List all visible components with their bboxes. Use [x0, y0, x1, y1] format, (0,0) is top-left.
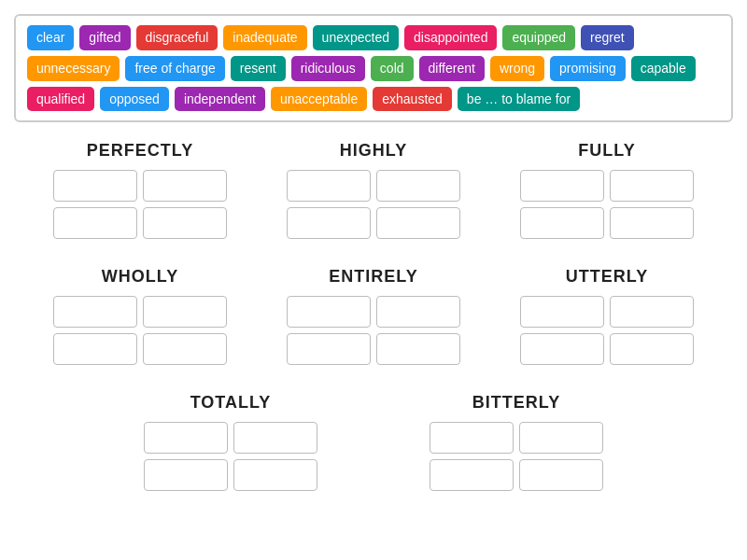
slots-perfectly — [53, 170, 227, 239]
drop-slot[interactable] — [53, 170, 137, 202]
drop-slot[interactable] — [143, 170, 227, 202]
category-wholly: WHOLLY — [53, 267, 227, 365]
word-chip[interactable]: capable — [631, 56, 696, 81]
category-totally: TOTALLY — [144, 393, 317, 491]
drop-slot[interactable] — [376, 207, 460, 239]
word-chip[interactable]: wrong — [490, 56, 544, 81]
drop-slot[interactable] — [520, 170, 604, 202]
drop-slot[interactable] — [519, 459, 603, 491]
word-chip[interactable]: promising — [550, 56, 626, 81]
drop-slot[interactable] — [520, 296, 604, 328]
category-title-totally: TOTALLY — [190, 393, 272, 413]
category-row-2: WHOLLY ENTIRELY UTTERLY — [23, 267, 724, 384]
drop-slot[interactable] — [520, 333, 604, 365]
drop-slot[interactable] — [287, 333, 371, 365]
slots-fully — [520, 170, 694, 239]
drop-slot[interactable] — [376, 296, 460, 328]
category-highly: HIGHLY — [287, 141, 460, 239]
category-title-perfectly: PERFECTLY — [87, 141, 193, 161]
drop-slot[interactable] — [376, 333, 460, 365]
word-chip[interactable]: gifted — [79, 25, 130, 50]
word-chip[interactable]: disgraceful — [136, 25, 218, 50]
word-chip[interactable]: clear — [27, 25, 74, 50]
drop-slot[interactable] — [144, 459, 228, 491]
word-chip[interactable]: free of charge — [125, 56, 224, 81]
drop-slot[interactable] — [430, 422, 514, 454]
drop-slot[interactable] — [233, 422, 317, 454]
drop-slot[interactable] — [233, 459, 317, 491]
drop-slot[interactable] — [610, 296, 694, 328]
slots-entirely — [287, 296, 460, 365]
category-title-highly: HIGHLY — [340, 141, 407, 161]
word-chip[interactable]: equipped — [502, 25, 575, 50]
word-chip[interactable]: unnecessary — [27, 56, 120, 81]
category-title-fully: FULLY — [578, 141, 635, 161]
drop-slot[interactable] — [287, 207, 371, 239]
drop-slot[interactable] — [143, 296, 227, 328]
word-chip[interactable]: unacceptable — [271, 87, 367, 112]
word-chip[interactable]: exhausted — [373, 87, 452, 112]
category-fully: FULLY — [520, 141, 694, 239]
drop-slot[interactable] — [287, 296, 371, 328]
word-chip[interactable]: disappointed — [404, 25, 497, 50]
slots-totally — [144, 422, 317, 491]
category-title-entirely: ENTIRELY — [329, 267, 417, 287]
slots-utterly — [520, 296, 694, 365]
drop-slot[interactable] — [144, 422, 228, 454]
slots-bitterly — [430, 422, 603, 491]
drop-slot[interactable] — [53, 296, 137, 328]
drop-slot[interactable] — [519, 422, 603, 454]
word-chip[interactable]: inadequate — [223, 25, 306, 50]
drop-slot[interactable] — [520, 207, 604, 239]
drop-slot[interactable] — [143, 207, 227, 239]
drop-slot[interactable] — [610, 170, 694, 202]
word-chip[interactable]: qualified — [27, 87, 94, 112]
drop-slot[interactable] — [376, 170, 460, 202]
category-bitterly: BITTERLY — [430, 393, 603, 491]
category-utterly: UTTERLY — [520, 267, 694, 365]
word-chip[interactable]: independent — [175, 87, 265, 112]
category-row-3: TOTALLY BITTERLY — [23, 393, 724, 510]
word-chip[interactable]: different — [419, 56, 485, 81]
word-chip[interactable]: cold — [371, 56, 414, 81]
category-title-utterly: UTTERLY — [566, 267, 648, 287]
word-chip[interactable]: ridiculous — [291, 56, 365, 81]
slots-wholly — [53, 296, 227, 365]
drop-slot[interactable] — [53, 333, 137, 365]
word-chip[interactable]: regret — [581, 25, 634, 50]
drop-slot[interactable] — [287, 170, 371, 202]
word-chip[interactable]: resent — [231, 56, 286, 81]
slots-highly — [287, 170, 460, 239]
drop-slot[interactable] — [430, 459, 514, 491]
category-entirely: ENTIRELY — [287, 267, 460, 365]
drop-slot[interactable] — [53, 207, 137, 239]
drop-slot[interactable] — [143, 333, 227, 365]
word-bank: cleargifteddisgracefulinadequateunexpect… — [14, 14, 733, 122]
category-perfectly: PERFECTLY — [53, 141, 227, 239]
category-title-wholly: WHOLLY — [102, 267, 178, 287]
word-chip[interactable]: be … to blame for — [458, 87, 580, 112]
category-row-1: PERFECTLY HIGHLY FULLY — [23, 141, 724, 258]
drop-slot[interactable] — [610, 207, 694, 239]
word-chip[interactable]: unexpected — [313, 25, 399, 50]
drop-slot[interactable] — [610, 333, 694, 365]
word-chip[interactable]: opposed — [100, 87, 169, 112]
category-title-bitterly: BITTERLY — [472, 393, 560, 413]
